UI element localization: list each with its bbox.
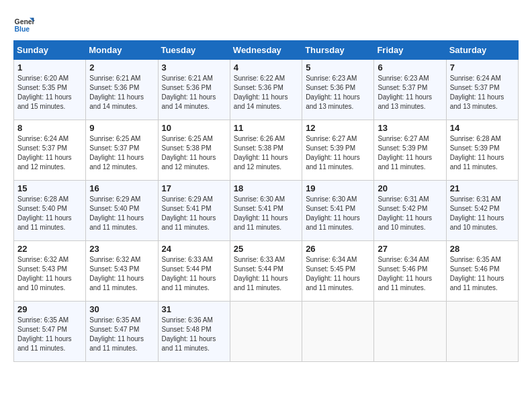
day-info: Sunrise: 6:36 AM Sunset: 5:48 PM Dayligh… [162, 316, 226, 353]
weekday-header-friday: Friday [374, 41, 446, 60]
day-info: Sunrise: 6:32 AM Sunset: 5:43 PM Dayligh… [89, 255, 154, 293]
weekday-header-thursday: Thursday [302, 41, 374, 60]
calendar-day-30: 30 Sunrise: 6:35 AM Sunset: 5:47 PM Dayl… [86, 302, 158, 362]
day-number: 10 [162, 123, 226, 133]
day-info: Sunrise: 6:27 AM Sunset: 5:39 PM Dayligh… [378, 134, 442, 172]
day-number: 13 [378, 123, 442, 133]
calendar-day-22: 22 Sunrise: 6:32 AM Sunset: 5:43 PM Dayl… [14, 241, 86, 302]
calendar-day-14: 14 Sunrise: 6:28 AM Sunset: 5:39 PM Dayl… [446, 120, 518, 181]
calendar-day-23: 23 Sunrise: 6:32 AM Sunset: 5:43 PM Dayl… [86, 241, 158, 302]
day-info: Sunrise: 6:35 AM Sunset: 5:46 PM Dayligh… [450, 255, 515, 293]
calendar-week-row-3: 15 Sunrise: 6:28 AM Sunset: 5:40 PM Dayl… [14, 181, 519, 241]
day-info: Sunrise: 6:28 AM Sunset: 5:39 PM Dayligh… [450, 134, 515, 172]
calendar-day-21: 21 Sunrise: 6:31 AM Sunset: 5:42 PM Dayl… [446, 181, 518, 241]
empty-cell [230, 302, 302, 362]
calendar-day-16: 16 Sunrise: 6:29 AM Sunset: 5:40 PM Dayl… [86, 181, 158, 241]
calendar-week-row-1: 1 Sunrise: 6:20 AM Sunset: 5:35 PM Dayli… [14, 60, 519, 120]
day-number: 21 [450, 183, 515, 193]
calendar-day-19: 19 Sunrise: 6:30 AM Sunset: 5:41 PM Dayl… [302, 181, 374, 241]
day-number: 22 [17, 244, 82, 254]
day-number: 3 [162, 62, 226, 73]
day-info: Sunrise: 6:33 AM Sunset: 5:44 PM Dayligh… [234, 255, 298, 293]
weekday-header-tuesday: Tuesday [158, 41, 230, 60]
logo: General Blue [13, 13, 38, 35]
day-info: Sunrise: 6:26 AM Sunset: 5:38 PM Dayligh… [234, 134, 298, 172]
calendar-day-12: 12 Sunrise: 6:27 AM Sunset: 5:39 PM Dayl… [302, 120, 374, 181]
day-info: Sunrise: 6:22 AM Sunset: 5:36 PM Dayligh… [234, 74, 298, 111]
svg-text:Blue: Blue [15, 26, 30, 33]
calendar-day-20: 20 Sunrise: 6:31 AM Sunset: 5:42 PM Dayl… [374, 181, 446, 241]
day-info: Sunrise: 6:35 AM Sunset: 5:47 PM Dayligh… [89, 316, 154, 353]
calendar-day-28: 28 Sunrise: 6:35 AM Sunset: 5:46 PM Dayl… [446, 241, 518, 302]
day-info: Sunrise: 6:27 AM Sunset: 5:39 PM Dayligh… [306, 134, 370, 172]
day-info: Sunrise: 6:24 AM Sunset: 5:37 PM Dayligh… [450, 74, 515, 111]
calendar-day-13: 13 Sunrise: 6:27 AM Sunset: 5:39 PM Dayl… [374, 120, 446, 181]
empty-cell [374, 302, 446, 362]
day-info: Sunrise: 6:33 AM Sunset: 5:44 PM Dayligh… [162, 255, 226, 293]
empty-cell [446, 302, 518, 362]
calendar-week-row-4: 22 Sunrise: 6:32 AM Sunset: 5:43 PM Dayl… [14, 241, 519, 302]
calendar-day-5: 5 Sunrise: 6:23 AM Sunset: 5:36 PM Dayli… [302, 60, 374, 120]
calendar-day-25: 25 Sunrise: 6:33 AM Sunset: 5:44 PM Dayl… [230, 241, 302, 302]
day-info: Sunrise: 6:23 AM Sunset: 5:36 PM Dayligh… [306, 74, 370, 111]
day-number: 11 [234, 123, 298, 133]
day-number: 1 [17, 62, 82, 73]
weekday-header-saturday: Saturday [446, 41, 518, 60]
day-number: 4 [234, 62, 298, 73]
day-info: Sunrise: 6:30 AM Sunset: 5:41 PM Dayligh… [234, 195, 298, 232]
weekday-header-sunday: Sunday [14, 41, 86, 60]
day-info: Sunrise: 6:34 AM Sunset: 5:45 PM Dayligh… [306, 255, 370, 293]
calendar-day-18: 18 Sunrise: 6:30 AM Sunset: 5:41 PM Dayl… [230, 181, 302, 241]
day-number: 30 [89, 304, 154, 314]
day-number: 9 [89, 123, 154, 133]
day-number: 17 [162, 183, 226, 193]
calendar-table: SundayMondayTuesdayWednesdayThursdayFrid… [13, 40, 519, 362]
day-info: Sunrise: 6:35 AM Sunset: 5:47 PM Dayligh… [17, 316, 82, 353]
calendar-day-6: 6 Sunrise: 6:23 AM Sunset: 5:37 PM Dayli… [374, 60, 446, 120]
day-number: 25 [234, 244, 298, 254]
day-info: Sunrise: 6:32 AM Sunset: 5:43 PM Dayligh… [17, 255, 82, 293]
day-info: Sunrise: 6:24 AM Sunset: 5:37 PM Dayligh… [17, 134, 82, 172]
day-number: 28 [450, 244, 515, 254]
day-number: 31 [162, 304, 226, 314]
day-number: 26 [306, 244, 370, 254]
day-info: Sunrise: 6:29 AM Sunset: 5:41 PM Dayligh… [162, 195, 226, 232]
day-info: Sunrise: 6:25 AM Sunset: 5:38 PM Dayligh… [162, 134, 226, 172]
weekday-header-row: SundayMondayTuesdayWednesdayThursdayFrid… [14, 41, 519, 60]
day-info: Sunrise: 6:31 AM Sunset: 5:42 PM Dayligh… [450, 195, 515, 232]
day-number: 5 [306, 62, 370, 73]
day-info: Sunrise: 6:30 AM Sunset: 5:41 PM Dayligh… [306, 195, 370, 232]
calendar-day-24: 24 Sunrise: 6:33 AM Sunset: 5:44 PM Dayl… [158, 241, 230, 302]
day-number: 29 [17, 304, 82, 314]
day-number: 27 [378, 244, 442, 254]
day-number: 7 [450, 62, 515, 73]
day-number: 19 [306, 183, 370, 193]
calendar-day-8: 8 Sunrise: 6:24 AM Sunset: 5:37 PM Dayli… [14, 120, 86, 181]
calendar-week-row-5: 29 Sunrise: 6:35 AM Sunset: 5:47 PM Dayl… [14, 302, 519, 362]
weekday-header-wednesday: Wednesday [230, 41, 302, 60]
day-number: 8 [17, 123, 82, 133]
day-number: 24 [162, 244, 226, 254]
day-number: 12 [306, 123, 370, 133]
calendar-day-17: 17 Sunrise: 6:29 AM Sunset: 5:41 PM Dayl… [158, 181, 230, 241]
calendar-day-9: 9 Sunrise: 6:25 AM Sunset: 5:37 PM Dayli… [86, 120, 158, 181]
day-number: 6 [378, 62, 442, 73]
weekday-header-monday: Monday [86, 41, 158, 60]
page-header: General Blue [13, 13, 519, 35]
calendar-day-2: 2 Sunrise: 6:21 AM Sunset: 5:36 PM Dayli… [86, 60, 158, 120]
calendar-day-11: 11 Sunrise: 6:26 AM Sunset: 5:38 PM Dayl… [230, 120, 302, 181]
calendar-day-31: 31 Sunrise: 6:36 AM Sunset: 5:48 PM Dayl… [158, 302, 230, 362]
day-info: Sunrise: 6:20 AM Sunset: 5:35 PM Dayligh… [17, 74, 82, 111]
day-number: 20 [378, 183, 442, 193]
day-number: 2 [89, 62, 154, 73]
day-info: Sunrise: 6:21 AM Sunset: 5:36 PM Dayligh… [162, 74, 226, 111]
calendar-day-7: 7 Sunrise: 6:24 AM Sunset: 5:37 PM Dayli… [446, 60, 518, 120]
calendar-day-4: 4 Sunrise: 6:22 AM Sunset: 5:36 PM Dayli… [230, 60, 302, 120]
day-info: Sunrise: 6:25 AM Sunset: 5:37 PM Dayligh… [89, 134, 154, 172]
logo-icon: General Blue [13, 13, 35, 35]
day-number: 18 [234, 183, 298, 193]
day-number: 16 [89, 183, 154, 193]
calendar-day-26: 26 Sunrise: 6:34 AM Sunset: 5:45 PM Dayl… [302, 241, 374, 302]
day-number: 14 [450, 123, 515, 133]
calendar-day-1: 1 Sunrise: 6:20 AM Sunset: 5:35 PM Dayli… [14, 60, 86, 120]
